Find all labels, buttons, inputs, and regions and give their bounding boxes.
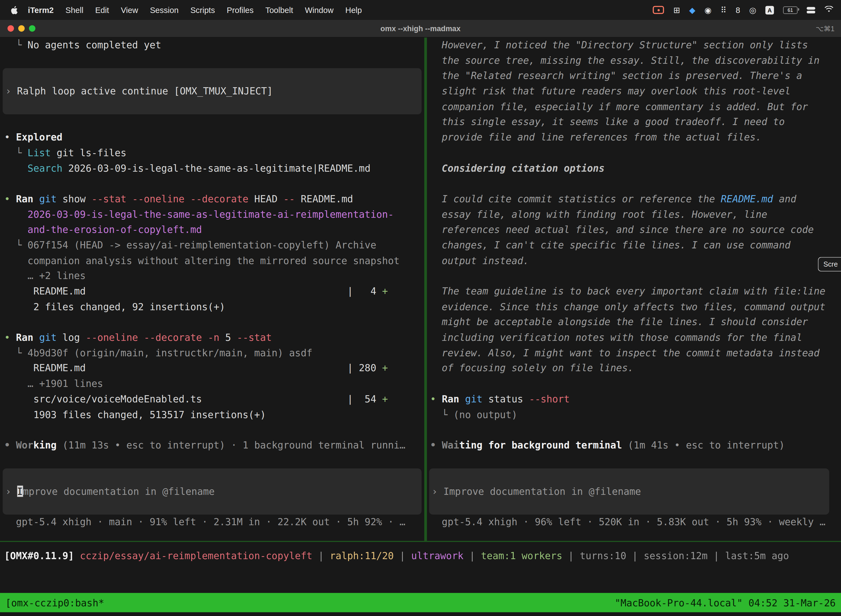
terminal-line: README.md | 280 + (0, 361, 424, 376)
terminal-line: › Ralph loop active continue [OMX_TMUX_I… (3, 84, 422, 99)
pane-divider-vertical[interactable] (424, 38, 427, 541)
menu-item-list: iTerm2ShellEditViewSessionScriptsProfile… (22, 5, 368, 14)
menu-iterm2[interactable]: iTerm2 (22, 5, 60, 14)
eight-app-icon[interactable]: 8 (736, 6, 740, 14)
prompt-input[interactable]: › Improve documentation in @filename (429, 469, 829, 515)
terminal-line: including verification notes with those … (427, 330, 841, 346)
terminal-pane-right[interactable]: However, I noticed the "Directory Struct… (427, 38, 841, 530)
terminal-line: Considering citation options (427, 161, 841, 176)
terminal-line: The team guideline is to back every impo… (427, 284, 841, 299)
menu-session[interactable]: Session (144, 5, 185, 14)
terminal-line: evidence. Since this change only affects… (427, 299, 841, 315)
terminal-line: this single essay, it seems like a good … (427, 114, 841, 130)
menu-profiles[interactable]: Profiles (221, 5, 259, 14)
menu-toolbelt[interactable]: Toolbelt (259, 5, 299, 14)
pane-divider-horizontal (0, 541, 841, 542)
terminal-line: changes, I can't cite specific file line… (427, 238, 841, 253)
terminal-area: └ No agents completed yet › Ralph loop a… (0, 38, 841, 593)
terminal-line (427, 145, 841, 161)
terminal-line (0, 422, 424, 438)
apple-menu-icon[interactable] (11, 6, 18, 14)
tmux-session-label: [omx-cczip0:bash* (5, 597, 104, 608)
menu-bar: iTerm2ShellEditViewSessionScriptsProfile… (0, 0, 841, 20)
terminal-line: gpt-5.4 xhigh · 96% left · 520K in · 5.8… (427, 515, 841, 530)
terminal-line: README.md | 4 + (0, 284, 424, 299)
terminal-line: • Waiting for background terminal (1m 41… (427, 438, 841, 453)
terminal-line: • Ran git log --oneline --decorate -n 5 … (0, 330, 424, 346)
terminal-line: └ (no output) (427, 407, 841, 422)
terminal-line: src/voice/voiceModeEnabled.ts | 54 + (0, 392, 424, 407)
terminal-line: output instead. (427, 253, 841, 268)
menu-status-icons: ⊞◆◉⠿8◎A61 (653, 5, 841, 14)
screen-share-button[interactable]: Scre (818, 257, 841, 271)
terminal-line: └ No agents completed yet (0, 38, 424, 53)
menu-help[interactable]: Help (339, 5, 368, 14)
omx-status-line: [OMX#0.11.9] cczip/essay/ai-reimplementa… (0, 549, 841, 564)
blue-drop-icon[interactable]: ◆ (689, 6, 695, 14)
screen: iTerm2ShellEditViewSessionScriptsProfile… (0, 0, 841, 616)
terminal-line (427, 376, 841, 392)
title-bar[interactable]: omx --xhigh --madmax ⌥⌘1 (0, 20, 841, 38)
terminal-line (0, 176, 424, 192)
apps-grid-icon[interactable]: ⠿ (721, 6, 727, 14)
terminal-line: 2026-03-09-is-legal-the-same-as-legitima… (0, 207, 424, 223)
terminal-line: the source tree, missing the essay. Stil… (427, 53, 841, 69)
terminal-line (0, 315, 424, 330)
terminal-line: └ 067f154 (HEAD -> essay/ai-reimplementa… (0, 238, 424, 253)
terminal-line: └ List git ls-files (0, 145, 424, 161)
tmux-host-clock: "MacBook-Pro-44.local" 04:52 31-Mar-26 (615, 597, 836, 608)
terminal-line: review. Also, I might want to inspect th… (427, 346, 841, 361)
terminal-line: essay file, along with finding root file… (427, 207, 841, 223)
battery-icon[interactable]: 61 (783, 6, 797, 13)
ring-app-icon[interactable]: ◎ (749, 6, 756, 14)
menu-edit[interactable]: Edit (89, 5, 115, 14)
terminal-line: • Ran git show --stat --oneline --decora… (0, 192, 424, 207)
ralph-loop-banner[interactable]: › Ralph loop active continue [OMX_TMUX_I… (3, 69, 422, 114)
terminal-line: └ 4b9d30f (origin/main, instructkr/main,… (0, 346, 424, 361)
menu-scripts[interactable]: Scripts (185, 5, 221, 14)
terminal-line: › Improve documentation in @filename (429, 484, 829, 500)
terminal-pane-left[interactable]: └ No agents completed yet › Ralph loop a… (0, 38, 424, 530)
terminal-line (427, 268, 841, 284)
terminal-line: 2 files changed, 92 insertions(+) (0, 299, 424, 315)
tmux-status-bar: [omx-cczip0:bash* "MacBook-Pro-44.local"… (0, 593, 841, 612)
grid-app-icon[interactable]: ⊞ (673, 6, 680, 14)
terminal-line (0, 53, 424, 69)
terminal-line: 1903 files changed, 513517 insertions(+) (0, 407, 424, 422)
menu-window[interactable]: Window (299, 5, 339, 14)
terminal-line (427, 176, 841, 192)
screen-recording-indicator[interactable] (653, 6, 664, 14)
terminal-line: the "Related research writing" section i… (427, 69, 841, 84)
dark-circle-app-icon[interactable]: ◉ (705, 6, 711, 14)
terminal-line: Search 2026-03-09-is-legal-the-same-as-l… (0, 161, 424, 176)
terminal-line: … +1901 lines (0, 376, 424, 392)
terminal-line: companion file, especially if more comme… (427, 99, 841, 114)
terminal-line: companion analysis without altering the … (0, 253, 424, 268)
wifi-icon[interactable] (825, 5, 834, 14)
terminal-line: references need actual files, and since … (427, 222, 841, 238)
prompt-input[interactable]: › Improve documentation in @filename (3, 469, 422, 515)
terminal-line (0, 114, 424, 130)
terminal-line: › Improve documentation in @filename (3, 484, 422, 500)
terminal-line: might be acceptable alongside the file l… (427, 315, 841, 330)
terminal-line: However, I noticed the "Directory Struct… (427, 38, 841, 53)
terminal-line: provide file and line references from th… (427, 130, 841, 145)
window-shortcut-badge: ⌥⌘1 (816, 20, 834, 38)
terminal-line: gpt-5.4 xhigh · main · 91% left · 2.31M … (0, 515, 424, 530)
terminal-line: • Ran git status --short (427, 392, 841, 407)
control-center-icon[interactable] (807, 7, 815, 13)
terminal-line: of focusing solely on file lines. (427, 361, 841, 376)
terminal-line (427, 453, 841, 469)
menu-view[interactable]: View (115, 5, 144, 14)
terminal-line: … +2 lines (0, 268, 424, 284)
window-title: omx --xhigh --madmax (0, 20, 841, 38)
terminal-line: and-the-erosion-of-copyleft.md (0, 222, 424, 238)
input-source-icon[interactable]: A (765, 6, 774, 14)
terminal-line: • Explored (0, 130, 424, 145)
terminal-line (427, 422, 841, 438)
terminal-line: slight risk that future readers may over… (427, 84, 841, 99)
terminal-line (0, 453, 424, 469)
terminal-line: • Working (11m 13s • esc to interrupt) ·… (0, 438, 424, 453)
menu-shell[interactable]: Shell (60, 5, 89, 14)
terminal-line: I could cite commit statistics or refere… (427, 192, 841, 207)
